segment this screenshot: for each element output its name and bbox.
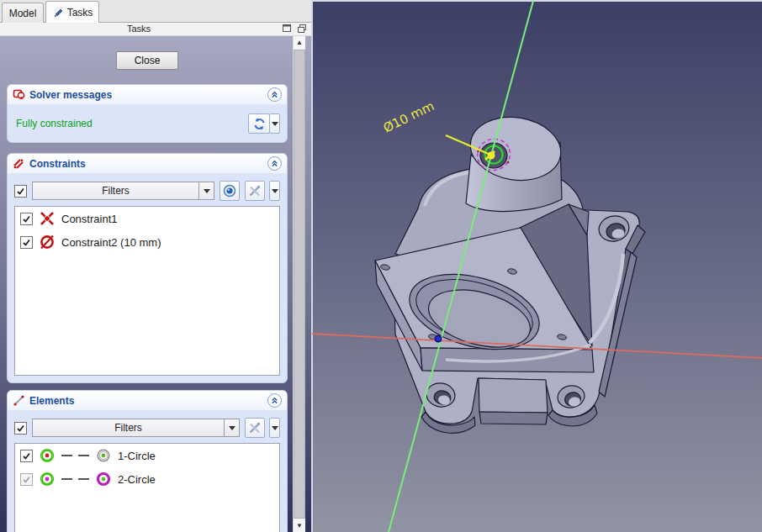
coincident-constraint-icon <box>39 210 56 227</box>
collapse-chevron-icon[interactable] <box>267 87 282 102</box>
constraint-row[interactable]: Constraint1 <box>15 207 279 230</box>
circle-element-gray-green-icon <box>95 447 112 464</box>
viewport-border-left <box>311 0 313 532</box>
element1-checkbox[interactable] <box>20 450 33 462</box>
origin-point[interactable] <box>435 335 442 343</box>
element-row[interactable]: 2-Circle <box>15 467 279 491</box>
constraint1-checkbox[interactable] <box>20 213 33 225</box>
refresh-options-dropdown[interactable] <box>269 113 280 134</box>
solver-status-text: Fully constrained <box>16 118 248 129</box>
constraints-section: Constraints Filters <box>7 153 288 383</box>
dash-icon <box>61 455 72 456</box>
circle-element-magenta-green-icon <box>95 471 112 487</box>
element-row[interactable]: 1-Circle <box>15 444 279 467</box>
constraints-filter-label: Filters <box>33 185 198 197</box>
dash-icon <box>78 478 89 480</box>
freecad-window: Model Tasks Tasks <box>0 0 762 532</box>
dropdown-arrow-icon <box>272 426 278 430</box>
constraints-header[interactable]: Constraints <box>8 154 287 174</box>
constraints-title: Constraints <box>29 158 263 170</box>
circle-element-green-magenta-icon <box>39 471 56 487</box>
scroll-up-icon[interactable]: ▲ <box>294 36 305 49</box>
elements-filter-combobox[interactable]: Filters <box>32 419 240 437</box>
elements-title: Elements <box>29 395 263 407</box>
constraints-icon <box>13 157 25 170</box>
collapse-chevron-icon[interactable] <box>267 393 282 408</box>
element-settings-dropdown[interactable] <box>269 418 280 438</box>
solver-messages-title: Solver messages <box>29 89 263 101</box>
scrollbar-thumb[interactable] <box>294 50 305 519</box>
constraint-settings-dropdown[interactable] <box>269 181 280 201</box>
scroll-down-icon[interactable]: ▼ <box>294 519 305 532</box>
element2-checkbox[interactable] <box>20 473 33 486</box>
constraints-filter-combobox[interactable]: Filters <box>32 182 214 200</box>
panel-title: Tasks <box>0 24 278 34</box>
settings-icon <box>248 184 262 198</box>
show-constraints-button[interactable] <box>220 181 240 201</box>
refresh-icon <box>252 117 267 131</box>
flange-notch-front <box>479 412 548 424</box>
solver-messages-header[interactable]: Solver messages <box>8 85 287 105</box>
sketch-point <box>507 161 510 164</box>
elements-list: 1-Circle 2-Circle <box>14 443 280 532</box>
settings-icon <box>248 421 262 435</box>
task-panel-body: Close Solver messages <box>0 36 311 532</box>
solver-messages-icon <box>13 88 25 101</box>
eye-icon <box>222 183 237 198</box>
constraint-row[interactable]: Constraint2 (10 mm) <box>15 230 279 254</box>
panel-titlebar: Tasks <box>0 23 311 36</box>
elements-select-all-checkbox[interactable] <box>14 422 27 435</box>
tab-model-label: Model <box>9 8 37 19</box>
element-label: 1-Circle <box>118 450 156 462</box>
task-panel: Model Tasks Tasks <box>0 0 311 532</box>
float-panel-icon[interactable] <box>283 24 291 33</box>
flange-notch <box>479 378 548 413</box>
viewport-border-top <box>311 0 762 2</box>
constraint-settings-button[interactable] <box>245 181 265 201</box>
dropdown-arrow-icon <box>204 189 210 193</box>
circle-element-green-red-icon <box>39 447 56 464</box>
close-button[interactable]: Close <box>116 51 178 70</box>
diameter-constraint-icon <box>39 234 56 250</box>
dropdown-arrow-icon <box>272 122 278 126</box>
elements-section: Elements Filters <box>7 390 288 532</box>
panel-scrollbar[interactable]: ▲ ▼ <box>293 36 305 532</box>
elements-icon <box>13 394 25 407</box>
element-settings-button[interactable] <box>245 418 265 438</box>
pencil-icon <box>52 7 64 18</box>
tab-model[interactable]: Model <box>2 3 44 23</box>
panel-tabbar: Model Tasks <box>0 0 311 23</box>
constraint-label: Constraint1 <box>61 213 117 225</box>
refresh-solver-button[interactable] <box>248 113 270 134</box>
solver-messages-section: Solver messages Fully constrained <box>7 84 288 143</box>
elements-filter-label: Filters <box>33 422 224 434</box>
tab-tasks[interactable]: Tasks <box>45 1 99 23</box>
dimension-handle-dot[interactable] <box>488 152 495 160</box>
constraint2-checkbox[interactable] <box>20 236 33 249</box>
element-label: 2-Circle <box>118 473 156 486</box>
tab-tasks-label: Tasks <box>67 7 93 18</box>
elements-header[interactable]: Elements <box>8 391 287 411</box>
dash-icon <box>61 478 72 480</box>
constraints-select-all-checkbox[interactable] <box>14 185 27 198</box>
dropdown-arrow-icon <box>272 189 278 193</box>
3d-viewport[interactable]: Ø10 mm <box>311 0 762 532</box>
dash-icon <box>78 455 89 456</box>
undock-panel-icon[interactable] <box>298 24 306 33</box>
constraints-list: Constraint1 Constraint2 (10 mm) <box>14 206 280 376</box>
collapse-chevron-icon[interactable] <box>267 156 282 171</box>
constraint-label: Constraint2 (10 mm) <box>61 236 161 249</box>
dropdown-arrow-icon <box>229 426 235 430</box>
